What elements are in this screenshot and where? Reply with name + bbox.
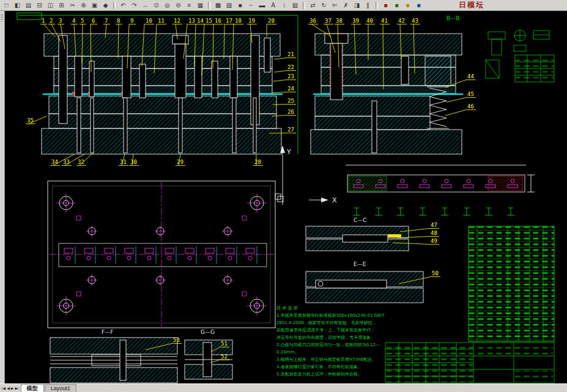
layout-tab[interactable]: Layout1 bbox=[45, 384, 76, 392]
layout-nav-button[interactable]: ▶ bbox=[11, 386, 14, 390]
erase-icon[interactable]: ✗ bbox=[341, 1, 351, 10]
y-axis-label: Y bbox=[286, 148, 291, 156]
plot-icon[interactable]: ⊟ bbox=[34, 1, 45, 10]
layer-properties-icon[interactable]: ▨ bbox=[224, 1, 234, 10]
custom-tool-4-icon[interactable]: ■ bbox=[413, 1, 424, 10]
dimension-icon[interactable]: ↕ bbox=[279, 1, 289, 10]
notes-line: 4.各紧固螺钉应拧紧可靠，不得有松动现象。 bbox=[276, 364, 362, 369]
svg-text:33: 33 bbox=[63, 159, 70, 165]
svg-text:52: 52 bbox=[221, 353, 228, 360]
svg-text:21: 21 bbox=[287, 51, 294, 57]
color-control-icon[interactable]: ■ bbox=[235, 1, 245, 10]
svg-text:43: 43 bbox=[412, 18, 418, 24]
redo-icon[interactable]: ↷ bbox=[129, 1, 139, 10]
svg-text:25: 25 bbox=[287, 98, 294, 104]
notes-line: 装配前各零件应清洗干净，上、下模座安装面平行； bbox=[276, 327, 375, 333]
svg-text:53: 53 bbox=[173, 337, 180, 343]
svg-text:16: 16 bbox=[215, 18, 221, 24]
svg-text:34: 34 bbox=[51, 159, 58, 165]
svg-text:30: 30 bbox=[130, 159, 137, 165]
notes-line: 保证导柱导套的导向精度，运动平稳，无卡滞现象。 bbox=[276, 335, 375, 340]
toolbar-separator bbox=[303, 2, 305, 9]
paste-icon[interactable]: ▣ bbox=[89, 1, 100, 10]
svg-text:1: 1 bbox=[42, 18, 45, 24]
bom-table bbox=[469, 226, 554, 341]
svg-text:51: 51 bbox=[221, 341, 228, 347]
section-label-ff: F—F bbox=[102, 329, 113, 335]
toolbar-grip[interactable] bbox=[1, 13, 3, 21]
statusbar: |◀◀▶▶| 模型Layout1 bbox=[0, 383, 567, 392]
properties-icon[interactable]: ≡ bbox=[184, 1, 195, 10]
notes-line: 1.本模具采用后侧导柱标准模架500x160x240-01 GB/T bbox=[276, 313, 385, 318]
layout-tab[interactable]: 模型 bbox=[21, 384, 44, 392]
layout-nav-button[interactable]: ▶| bbox=[15, 386, 18, 390]
layout-nav-button[interactable]: |◀ bbox=[2, 386, 6, 390]
brand-text: 日模坛 bbox=[459, 0, 484, 10]
custom-tool-1-icon[interactable]: ■ bbox=[380, 1, 391, 10]
layout-nav: |◀◀▶▶| bbox=[0, 384, 21, 392]
zoom-realtime-icon[interactable]: ⊙ bbox=[151, 1, 161, 10]
svg-text:13: 13 bbox=[188, 18, 195, 24]
mirror-icon[interactable]: ◨ bbox=[352, 1, 362, 10]
svg-text:46: 46 bbox=[467, 103, 474, 109]
new-file-icon[interactable]: □ bbox=[1, 1, 12, 10]
svg-text:48: 48 bbox=[431, 230, 437, 236]
copy-icon[interactable]: ⊕ bbox=[78, 1, 89, 10]
svg-text:36: 36 bbox=[309, 18, 316, 24]
linetype-icon[interactable]: − bbox=[246, 1, 256, 10]
svg-text:8: 8 bbox=[117, 18, 120, 24]
svg-text:22: 22 bbox=[287, 64, 294, 70]
svg-text:50: 50 bbox=[432, 270, 439, 276]
svg-text:2: 2 bbox=[50, 18, 53, 24]
text-style-icon[interactable]: A bbox=[268, 1, 278, 10]
x-axis-label: X bbox=[332, 196, 337, 204]
pan-icon[interactable]: ↔ bbox=[140, 1, 150, 10]
open-file-icon[interactable]: ◧ bbox=[12, 1, 23, 10]
svg-text:11: 11 bbox=[158, 18, 165, 24]
trim-icon[interactable]: ✄ bbox=[330, 1, 340, 10]
publish-icon[interactable]: ⊞ bbox=[56, 1, 67, 10]
layout-tabs: 模型Layout1 bbox=[21, 384, 77, 392]
svg-text:44: 44 bbox=[467, 73, 474, 80]
svg-text:12: 12 bbox=[174, 18, 180, 24]
toolbar-separator bbox=[113, 2, 116, 9]
svg-text:40: 40 bbox=[366, 18, 373, 24]
svg-text:49: 49 bbox=[431, 238, 437, 244]
undo-icon[interactable]: ↶ bbox=[118, 1, 128, 10]
cad-application-window: □◧▤⊟◫⊞✂⊕▣◆↶↷↔⊙◎⊖≡▦▩▨■−▬A↕▧⇄↻✄✗◨∥■■■■ 日模坛 bbox=[0, 0, 567, 392]
custom-tool-2-icon[interactable]: ■ bbox=[391, 1, 402, 10]
svg-text:5: 5 bbox=[81, 18, 84, 24]
layers-icon[interactable]: ▩ bbox=[213, 1, 223, 10]
hatch-icon[interactable]: ▧ bbox=[290, 1, 300, 10]
rotate-icon[interactable]: ↻ bbox=[319, 1, 329, 10]
toolbar-separator bbox=[208, 2, 210, 9]
svg-text:6: 6 bbox=[92, 18, 95, 24]
drawing-canvas[interactable]: X Y bbox=[5, 11, 567, 384]
custom-tool-3-icon[interactable]: ■ bbox=[402, 1, 413, 10]
zoom-window-icon[interactable]: ◎ bbox=[162, 1, 172, 10]
layout-nav-button[interactable]: ◀ bbox=[7, 386, 10, 390]
toolbar-separator bbox=[376, 2, 378, 9]
svg-text:19: 19 bbox=[248, 18, 255, 24]
svg-text:23: 23 bbox=[287, 73, 294, 80]
svg-text:37: 37 bbox=[325, 18, 332, 24]
svg-text:38: 38 bbox=[336, 18, 343, 24]
cut-icon[interactable]: ✂ bbox=[67, 1, 78, 10]
toolbar-icons: □◧▤⊟◫⊞✂⊕▣◆↶↷↔⊙◎⊖≡▦▩▨■−▬A↕▧⇄↻✄✗◨∥■■■■ bbox=[1, 1, 424, 10]
zoom-previous-icon[interactable]: ⊖ bbox=[173, 1, 183, 10]
detail-section-ff bbox=[50, 338, 177, 383]
notes-line: 3.模柄与上模座、导正销与固定板采用H7/m6配合。 bbox=[276, 357, 376, 362]
designcenter-icon[interactable]: ▦ bbox=[195, 1, 206, 10]
lineweight-icon[interactable]: ▬ bbox=[257, 1, 267, 10]
offset-icon[interactable]: ∥ bbox=[363, 1, 373, 10]
save-file-icon[interactable]: ▤ bbox=[23, 1, 34, 10]
plot-preview-icon[interactable]: ◫ bbox=[45, 1, 56, 10]
detail-section-ee bbox=[306, 272, 423, 303]
toolbar: □◧▤⊟◫⊞✂⊕▣◆↶↷↔⊙◎⊖≡▦▩▨■−▬A↕▧⇄↻✄✗◨∥■■■■ 日模坛 bbox=[0, 0, 567, 11]
match-properties-icon[interactable]: ◆ bbox=[100, 1, 111, 10]
move-icon[interactable]: ⇄ bbox=[308, 1, 318, 10]
svg-text:29: 29 bbox=[177, 159, 183, 165]
notes-line: 0.24mm。 bbox=[276, 350, 298, 355]
svg-text:18: 18 bbox=[235, 18, 242, 24]
svg-text:10: 10 bbox=[146, 18, 152, 24]
